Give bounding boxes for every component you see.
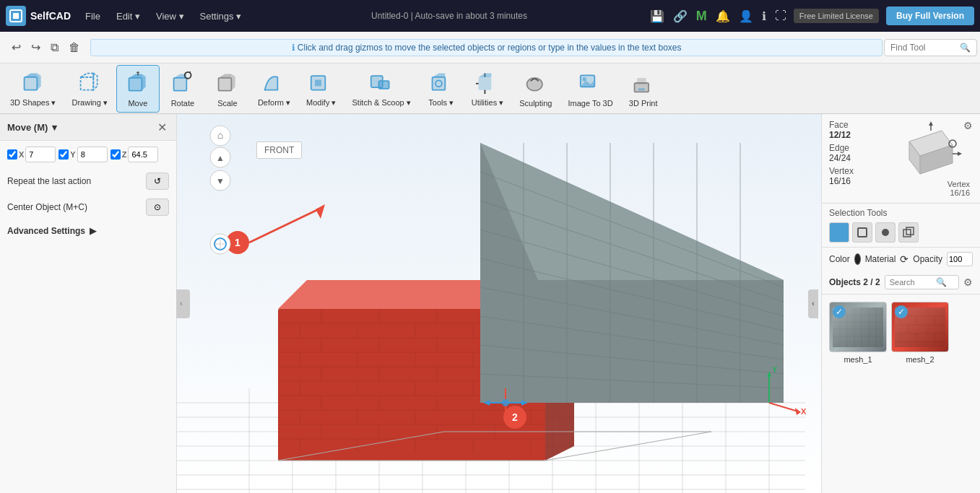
cube-preview-area: ⚙ Vertex 16/16 <box>898 120 973 197</box>
redo-button[interactable]: ↪ <box>28 38 43 57</box>
objects-settings-button[interactable]: ⚙ <box>963 276 973 288</box>
tool-sculpting[interactable]: Sculpting <box>512 66 559 112</box>
save-icon[interactable]: 💾 <box>650 9 664 23</box>
vertex-info: Vertex 16/16 <box>829 166 893 186</box>
menu-edit[interactable]: Edit ▾ <box>109 8 147 25</box>
chevron-down-icon: ▾ <box>286 98 290 107</box>
advanced-settings-chevron: ▶ <box>90 226 96 236</box>
tool-3d-print[interactable]: 3D Print <box>622 66 665 112</box>
object-item-mesh1[interactable]: ✓ <box>829 302 887 364</box>
logo-icon <box>6 6 26 26</box>
tool-modify[interactable]: Modify ▾ <box>299 65 343 112</box>
autosave-status: Auto-save in about 3 minutes <box>415 11 527 21</box>
svg-marker-11 <box>129 74 142 77</box>
panel-header: Move (M) ▾ ✕ <box>0 114 176 141</box>
viewport-expand-right[interactable]: ‹ <box>808 289 818 318</box>
x-input[interactable] <box>25 147 56 162</box>
svg-marker-173 <box>929 121 933 126</box>
stitch-scoop-label: Stitch & Scoop ▾ <box>352 98 410 108</box>
tool-3d-shapes[interactable]: 3D Shapes ▾ <box>3 65 63 112</box>
color-picker-button[interactable] <box>854 253 861 265</box>
tools-icon <box>428 69 454 95</box>
tool-rotate[interactable]: Rotate <box>161 66 204 112</box>
center-object-button[interactable]: ⊙ <box>146 198 169 216</box>
duplicate-button[interactable]: ⧉ <box>48 38 61 57</box>
color-material-row: Color Material ⟳ Opacity <box>822 248 980 271</box>
panel-close-button[interactable]: ✕ <box>155 120 169 134</box>
svg-rect-47 <box>637 77 646 84</box>
drawing-label: Drawing ▾ <box>71 98 107 108</box>
object-thumb-mesh2: ✓ <box>891 302 949 352</box>
material-icon[interactable]: ⟳ <box>900 253 909 265</box>
object-check-mesh1: ✓ <box>833 305 846 318</box>
menu-file[interactable]: File <box>78 8 108 25</box>
main-layout: Move (M) ▾ ✕ X Y Z Re <box>0 114 980 493</box>
sel-edge-button[interactable] <box>852 222 872 243</box>
image-to-3d-label: Image To 3D <box>568 99 612 108</box>
menu-view[interactable]: View ▾ <box>149 8 191 25</box>
y-checkbox[interactable] <box>58 149 69 160</box>
tool-image-to-3d[interactable]: Image To 3D <box>560 66 620 112</box>
deform-icon <box>261 69 287 95</box>
panel-dropdown-icon[interactable]: ▾ <box>52 122 57 133</box>
z-checkbox[interactable] <box>110 149 121 160</box>
title-center: Untitled-0 | Auto-save in about 3 minute… <box>256 11 643 21</box>
undo-redo-group: ↩ ↪ ⧉ 🗑 <box>3 38 89 57</box>
tool-scale[interactable]: Scale <box>206 66 249 112</box>
license-badge: Free Limited License <box>794 9 879 23</box>
info-icon[interactable]: ℹ <box>762 9 766 23</box>
selection-tool-buttons <box>829 222 973 243</box>
user-icon[interactable]: 👤 <box>739 9 753 23</box>
chevron-down-icon: ▾ <box>179 11 184 22</box>
menu-settings[interactable]: Settings ▾ <box>193 8 249 25</box>
app-name: SelfCAD <box>30 10 71 22</box>
svg-rect-180 <box>903 230 911 237</box>
tool-deform[interactable]: Deform ▾ <box>251 65 298 112</box>
find-tool-input[interactable] <box>890 43 955 53</box>
settings-gear-button[interactable]: ⚙ <box>963 120 973 131</box>
sel-vertex-button[interactable] <box>875 222 896 243</box>
svg-rect-15 <box>173 77 186 90</box>
repeat-action-button[interactable]: ↺ <box>146 173 169 190</box>
chevron-down-icon: ▾ <box>51 98 56 107</box>
sel-face-button[interactable] <box>829 222 849 243</box>
viewport[interactable]: 1 2 Y X <box>177 114 821 493</box>
tool-tools[interactable]: Tools ▾ <box>420 65 463 112</box>
utilities-icon <box>474 69 500 95</box>
objects-search-box: 🔍 <box>885 275 959 289</box>
tool-move[interactable]: Move <box>116 65 160 113</box>
svg-rect-25 <box>315 79 321 86</box>
tool-drawing[interactable]: Drawing ▾ <box>64 65 114 112</box>
notification-icon[interactable]: 🔔 <box>716 9 730 23</box>
vertex-count: 16/16 <box>829 176 851 186</box>
buy-button[interactable]: Buy Full Version <box>886 6 974 25</box>
panel-title: Move (M) ▾ <box>7 122 57 133</box>
move-icon <box>125 70 151 96</box>
undo-button[interactable]: ↩ <box>9 38 24 57</box>
chevron-down-icon: ▾ <box>407 98 411 107</box>
m-icon: M <box>696 9 707 24</box>
tool-stitch-scoop[interactable]: Stitch & Scoop ▾ <box>344 65 417 112</box>
object-item-mesh2[interactable]: ✓ <box>891 302 949 364</box>
tool-utilities[interactable]: Utilities ▾ <box>464 65 511 112</box>
y-input[interactable] <box>77 147 108 162</box>
sel-object-button[interactable] <box>898 222 919 243</box>
3d-print-icon <box>630 70 656 96</box>
z-input[interactable] <box>128 147 158 162</box>
fullscreen-icon[interactable]: ⛶ <box>775 9 786 22</box>
panel-collapse-button[interactable]: ‹ <box>176 289 186 318</box>
svg-rect-28 <box>379 81 389 89</box>
x-checkbox[interactable] <box>7 149 17 160</box>
z-field: Z <box>110 147 159 162</box>
find-tool-search-icon: 🔍 <box>960 43 971 53</box>
svg-rect-178 <box>858 228 867 237</box>
opacity-input[interactable] <box>947 252 973 266</box>
svg-rect-48 <box>638 88 645 91</box>
top-icons: 💾 🔗 M 🔔 👤 ℹ ⛶ <box>650 9 786 24</box>
deform-label: Deform ▾ <box>258 98 290 108</box>
delete-button[interactable]: 🗑 <box>66 38 83 57</box>
advanced-settings[interactable]: Advanced Settings ▶ <box>0 220 176 242</box>
share-icon[interactable]: 🔗 <box>673 9 688 23</box>
objects-search-input[interactable] <box>890 278 933 287</box>
color-label: Color <box>829 254 850 264</box>
